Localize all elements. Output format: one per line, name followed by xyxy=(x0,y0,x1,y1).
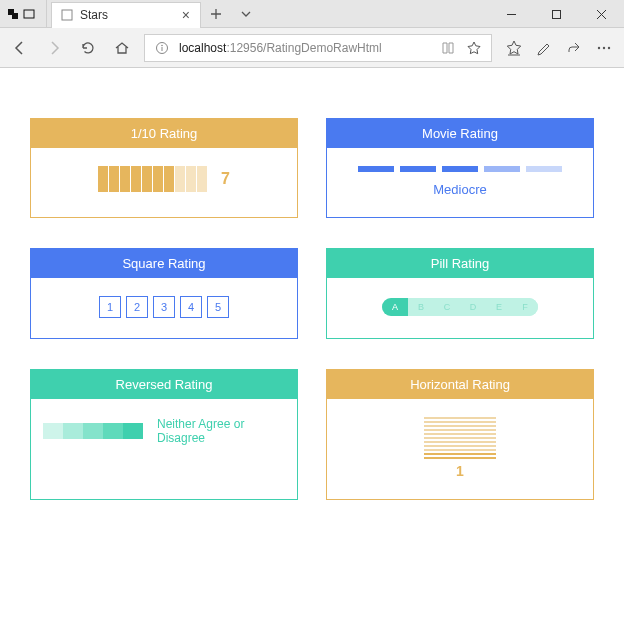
card-ten-rating: 1/10 Rating 7 xyxy=(30,118,298,218)
browser-toolbar: localhost:12956/RatingDemoRawHtml xyxy=(0,28,624,68)
svg-rect-4 xyxy=(553,10,561,18)
svg-rect-2 xyxy=(24,10,34,18)
svg-point-6 xyxy=(161,44,163,46)
new-tab-button[interactable] xyxy=(201,8,231,20)
pill-item[interactable]: F xyxy=(512,298,538,316)
pill-item[interactable]: B xyxy=(408,298,434,316)
card-title: Horizontal Rating xyxy=(327,370,593,399)
square-item[interactable]: 3 xyxy=(153,296,175,318)
forward-button[interactable] xyxy=(42,36,66,60)
notes-icon[interactable] xyxy=(536,40,552,56)
window-maximize-button[interactable] xyxy=(534,0,579,28)
square-item[interactable]: 4 xyxy=(180,296,202,318)
movie-rating-bars[interactable] xyxy=(358,166,562,172)
card-title: 1/10 Rating xyxy=(31,119,297,148)
card-movie-rating: Movie Rating Mediocre xyxy=(326,118,594,218)
tab-title: Stars xyxy=(80,8,172,22)
app-icon-1 xyxy=(6,7,20,21)
card-pill-rating: Pill Rating A B C D E F xyxy=(326,248,594,339)
card-title: Movie Rating xyxy=(327,119,593,148)
reversed-rating-bars[interactable] xyxy=(43,423,143,439)
more-icon[interactable] xyxy=(596,40,612,56)
site-info-icon[interactable] xyxy=(153,41,171,55)
pill-item[interactable]: E xyxy=(486,298,512,316)
card-horizontal-rating: Horizontal Rating 1 xyxy=(326,369,594,500)
ten-rating-bars[interactable] xyxy=(98,166,207,192)
square-item[interactable]: 5 xyxy=(207,296,229,318)
horizontal-rating-bars[interactable] xyxy=(424,417,496,459)
card-title: Square Rating xyxy=(31,249,297,278)
svg-point-9 xyxy=(603,46,605,48)
svg-point-10 xyxy=(608,46,610,48)
pill-item[interactable]: C xyxy=(434,298,460,316)
favorites-bar-icon[interactable] xyxy=(506,40,522,56)
square-item[interactable]: 1 xyxy=(99,296,121,318)
window-titlebar: Stars × xyxy=(0,0,624,28)
app-icon-2 xyxy=(22,7,36,21)
ten-rating-value: 7 xyxy=(221,170,230,188)
reversed-rating-label: Neither Agree or Disagree xyxy=(157,417,285,445)
horizontal-rating-value: 1 xyxy=(456,463,464,479)
svg-rect-3 xyxy=(62,10,72,20)
address-bar[interactable]: localhost:12956/RatingDemoRawHtml xyxy=(144,34,492,62)
page-content: 1/10 Rating 7 Movie Rating Mediocre Squa… xyxy=(0,68,624,626)
svg-rect-1 xyxy=(12,13,18,19)
tab-overflow-button[interactable] xyxy=(231,8,261,20)
square-rating-items[interactable]: 1 2 3 4 5 xyxy=(99,296,229,318)
svg-rect-7 xyxy=(162,47,163,51)
pill-item[interactable]: A xyxy=(382,298,408,316)
refresh-button[interactable] xyxy=(76,36,100,60)
pill-item[interactable]: D xyxy=(460,298,486,316)
address-path: :12956/RatingDemoRawHtml xyxy=(226,41,381,55)
reading-view-icon[interactable] xyxy=(439,41,457,55)
window-minimize-button[interactable] xyxy=(489,0,534,28)
tab-close-button[interactable]: × xyxy=(178,7,194,23)
home-button[interactable] xyxy=(110,36,134,60)
square-item[interactable]: 2 xyxy=(126,296,148,318)
favorite-icon[interactable] xyxy=(465,41,483,55)
card-square-rating: Square Rating 1 2 3 4 5 xyxy=(30,248,298,339)
share-icon[interactable] xyxy=(566,40,582,56)
tab-favicon xyxy=(60,8,74,22)
movie-rating-label: Mediocre xyxy=(433,182,486,197)
card-reversed-rating: Reversed Rating Neither Agree or Disagre… xyxy=(30,369,298,500)
svg-point-8 xyxy=(598,46,600,48)
card-title: Pill Rating xyxy=(327,249,593,278)
address-host: localhost xyxy=(179,41,226,55)
address-text: localhost:12956/RatingDemoRawHtml xyxy=(179,41,382,55)
browser-tab[interactable]: Stars × xyxy=(51,2,201,28)
pill-rating-items[interactable]: A B C D E F xyxy=(382,298,538,316)
card-title: Reversed Rating xyxy=(31,370,297,399)
back-button[interactable] xyxy=(8,36,32,60)
window-close-button[interactable] xyxy=(579,0,624,28)
